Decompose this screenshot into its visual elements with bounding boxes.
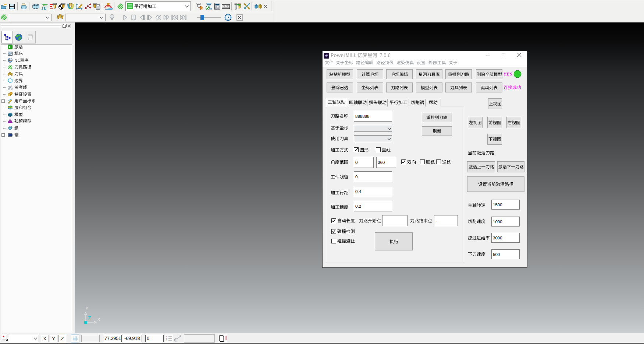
svg-text:X: X — [97, 317, 100, 322]
svg-text:Z: Z — [87, 315, 91, 321]
svg-text:Y: Y — [85, 306, 89, 311]
svg-text:z: z — [166, 339, 167, 341]
